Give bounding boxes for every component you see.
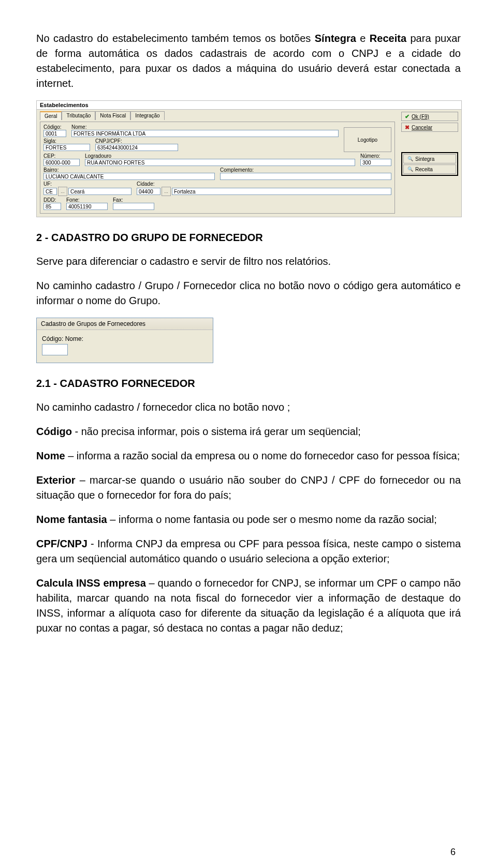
logotipo-box[interactable]: Logotipo	[344, 127, 391, 152]
sintegra-button[interactable]: 🔍 Sintegra	[403, 154, 456, 163]
input-complemento[interactable]	[220, 173, 391, 180]
input-cidade-name[interactable]: Fortaleza	[172, 188, 391, 195]
label-nome: Nome:	[71, 124, 339, 130]
input-cnpj[interactable]: 63542443000124	[95, 144, 178, 151]
intro-receita: Receita	[370, 33, 406, 44]
check-icon: ✔	[405, 113, 410, 120]
label-cidade: Cidade:	[137, 181, 391, 187]
sec21-p1: No caminho cadastro / fornecedor clica n…	[36, 400, 461, 415]
input-bairro[interactable]: LUCIANO CAVALCANTE	[43, 173, 215, 180]
codigo-b: Código	[36, 426, 72, 437]
uf-lookup-button[interactable]: …	[58, 187, 67, 196]
section-2-title: 2 - CADASTRO DO GRUPO DE FORNECEDOR	[36, 232, 461, 244]
intro-mid: e	[356, 33, 370, 44]
ss2-label: Código: Nome:	[42, 335, 208, 342]
sec21-exterior: Exterior – marcar-se quando o usuário nã…	[36, 473, 461, 503]
sec21-codigo: Código - não precisa informar, pois o si…	[36, 424, 461, 439]
search-icon: 🔍	[407, 166, 413, 172]
section-2-1-title: 2.1 - CADASTRO FORNECEDOR	[36, 378, 461, 390]
label-cep: CEP:	[43, 153, 80, 159]
page-number: 6	[450, 847, 456, 858]
label-ddd: DDD:	[43, 197, 61, 203]
ss2-input-codigo[interactable]	[42, 344, 68, 355]
exterior-t: – marcar-se quando o usuário não souber …	[36, 474, 461, 501]
ss2-window-title: Cadastro de Grupos de Fornecedores	[37, 318, 213, 330]
ok-button[interactable]: ✔ Ok (F9)	[401, 112, 458, 121]
tabs: Geral Tributação Nota Fiscal Integração	[40, 111, 395, 119]
intro-paragraph: No cadastro do estabelecimento também te…	[36, 31, 461, 91]
tab-tributacao[interactable]: Tributação	[62, 111, 95, 120]
inss-b: Calcula INSS empresa	[36, 577, 146, 589]
fantasia-t: – informa o nome fantasia ou pode ser o …	[107, 514, 437, 525]
nome-t: – informa a razão social da empresa ou o…	[65, 450, 460, 461]
cancel-label: Cancelar	[412, 125, 432, 130]
ok-label: Ok (F9)	[412, 114, 429, 119]
input-cidade-code[interactable]: 04400	[137, 188, 160, 195]
input-fone[interactable]: 40051190	[66, 203, 108, 210]
tab-geral[interactable]: Geral	[40, 111, 62, 120]
input-ddd[interactable]: 85	[43, 203, 61, 210]
sintegra-receita-group: 🔍 Sintegra 🔍 Receita	[401, 152, 458, 176]
sec2-p1: Serve para diferenciar o cadastro e serv…	[36, 254, 461, 269]
sec21-nome: Nome – informa a razão social da empresa…	[36, 448, 461, 463]
intro-pre: No cadastro do estabelecimento também te…	[36, 33, 315, 44]
cpf-t: - Informa CNPJ da empresa ou CPF para pe…	[36, 538, 461, 564]
label-sigla: Sigla:	[43, 138, 90, 144]
label-bairro: Bairro:	[43, 167, 215, 173]
input-logradouro[interactable]: RUA ANTONIO FORTES	[85, 159, 355, 166]
input-numero[interactable]: 300	[360, 159, 391, 166]
label-uf: UF:	[43, 181, 131, 187]
input-sigla[interactable]: FORTES	[43, 144, 90, 151]
input-codigo[interactable]: 0001	[43, 130, 66, 137]
sec21-inss: Calcula INSS empresa – quando o forneced…	[36, 576, 461, 636]
tab-integracao[interactable]: Integração	[130, 111, 164, 120]
label-logradouro: Logradouro	[85, 153, 355, 159]
sec21-cpf: CPF/CNPJ - Informa CNPJ da empresa ou CP…	[36, 536, 461, 566]
intro-sintegra: Síntegra	[315, 33, 356, 44]
label-complemento: Complemento:	[220, 167, 391, 173]
label-numero: Número:	[360, 153, 391, 159]
cpf-b: CPF/CNPJ	[36, 538, 87, 549]
sec21-fantasia: Nome fantasia – informa o nome fantasia …	[36, 512, 461, 527]
grupo-fornecedores-screenshot: Cadastro de Grupos de Fornecedores Códig…	[36, 318, 213, 363]
window-title: Estabelecimentos	[37, 101, 461, 110]
label-fax: Fax:	[113, 197, 154, 203]
receita-label: Receita	[415, 167, 433, 172]
search-icon: 🔍	[407, 156, 413, 162]
input-fax[interactable]	[113, 203, 154, 210]
cancel-button[interactable]: ✖ Cancelar	[401, 123, 458, 132]
form-area: Código: 0001 Nome: FORTES INFORMÁTICA LT…	[40, 122, 395, 214]
input-uf-code[interactable]: CE	[43, 188, 57, 195]
nome-b: Nome	[36, 450, 65, 461]
label-fone: Fone:	[66, 197, 108, 203]
input-nome[interactable]: FORTES INFORMÁTICA LTDA	[71, 130, 339, 137]
cidade-lookup-button[interactable]: …	[162, 187, 171, 196]
establishment-form-screenshot: Estabelecimentos Geral Tributação Nota F…	[36, 100, 462, 217]
close-icon: ✖	[405, 124, 410, 131]
receita-button[interactable]: 🔍 Receita	[403, 164, 456, 174]
tab-nota-fiscal[interactable]: Nota Fiscal	[95, 111, 130, 120]
sec2-p2: No caminho cadastro / Grupo / Fornecedor…	[36, 278, 461, 308]
codigo-t: - não precisa informar, pois o sistema i…	[72, 426, 361, 437]
sintegra-label: Sintegra	[415, 156, 434, 162]
label-cnpj: CNPJ/CPF:	[95, 138, 178, 144]
exterior-b: Exterior	[36, 474, 76, 486]
input-cep[interactable]: 60000-000	[43, 159, 80, 166]
label-codigo: Código:	[43, 124, 66, 130]
input-uf-name[interactable]: Ceará	[68, 188, 131, 195]
fantasia-b: Nome fantasia	[36, 514, 107, 525]
